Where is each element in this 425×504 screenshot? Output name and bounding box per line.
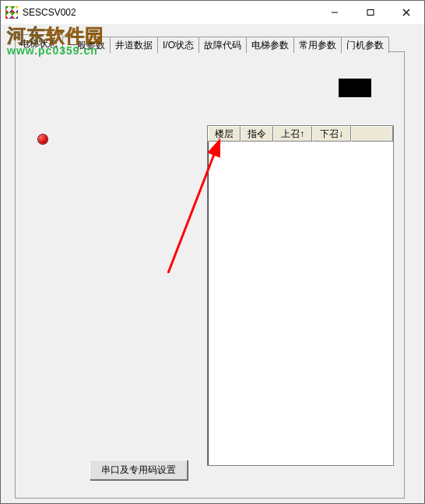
tab-label: 一般参数	[68, 39, 105, 52]
tab-label: 常用参数	[299, 39, 336, 52]
app-icon	[5, 6, 18, 19]
svg-rect-1	[367, 10, 374, 16]
app-window: SESCSV002 河东软件园 www.pc0359.cn 电梯状态 一般参数	[0, 0, 425, 504]
maximize-button[interactable]	[353, 1, 388, 24]
col-blank	[351, 126, 393, 142]
col-command[interactable]: 指令	[241, 126, 273, 142]
floor-call-table[interactable]: 楼层 指令 上召↑ 下召↓	[207, 125, 394, 466]
tab-io-status[interactable]: I/O状态	[157, 37, 199, 53]
button-label: 串口及专用码设置	[101, 464, 176, 477]
tab-label: 井道数据	[115, 39, 153, 52]
tab-label: I/O状态	[163, 39, 194, 52]
tab-elevator-params[interactable]: 电梯参数	[246, 37, 294, 53]
tab-door-params[interactable]: 门机参数	[341, 37, 389, 53]
window-controls	[317, 1, 424, 24]
col-header-label: 指令	[248, 128, 266, 141]
minimize-button[interactable]	[317, 1, 353, 24]
serial-settings-button[interactable]: 串口及专用码设置	[90, 460, 188, 480]
tab-strip: 电梯状态 一般参数 井道数据 I/O状态 故障代码 电梯参数 常用参数 门机参数	[15, 35, 405, 52]
tab-label: 门机参数	[346, 39, 384, 52]
tab-label: 电梯参数	[251, 39, 289, 52]
col-floor[interactable]: 楼层	[208, 126, 241, 142]
col-header-label: 上召↑	[281, 128, 304, 141]
status-led-icon	[38, 135, 47, 144]
display-indicator-box	[339, 79, 371, 97]
table-header-row: 楼层 指令 上召↑ 下召↓	[208, 126, 393, 142]
title-bar: SESCSV002	[1, 1, 424, 25]
close-button[interactable]	[388, 1, 424, 24]
client-area: 河东软件园 www.pc0359.cn 电梯状态 一般参数 井道数据 I/O状态…	[1, 24, 424, 503]
tab-label: 电梯状态	[20, 37, 58, 51]
tab-fault-codes[interactable]: 故障代码	[198, 37, 247, 53]
col-header-label: 下召↓	[320, 128, 343, 141]
col-down-call[interactable]: 下召↓	[312, 126, 351, 142]
tab-common-params[interactable]: 常用参数	[293, 37, 342, 53]
tab-general-params[interactable]: 一般参数	[62, 37, 111, 53]
col-header-label: 楼层	[215, 128, 234, 141]
col-up-call[interactable]: 上召↑	[273, 126, 312, 142]
tab-label: 故障代码	[204, 39, 241, 52]
tab-shaft-data[interactable]: 井道数据	[110, 37, 158, 53]
window-title: SESCSV002	[23, 7, 76, 18]
tab-elevator-status[interactable]: 电梯状态	[15, 34, 63, 53]
